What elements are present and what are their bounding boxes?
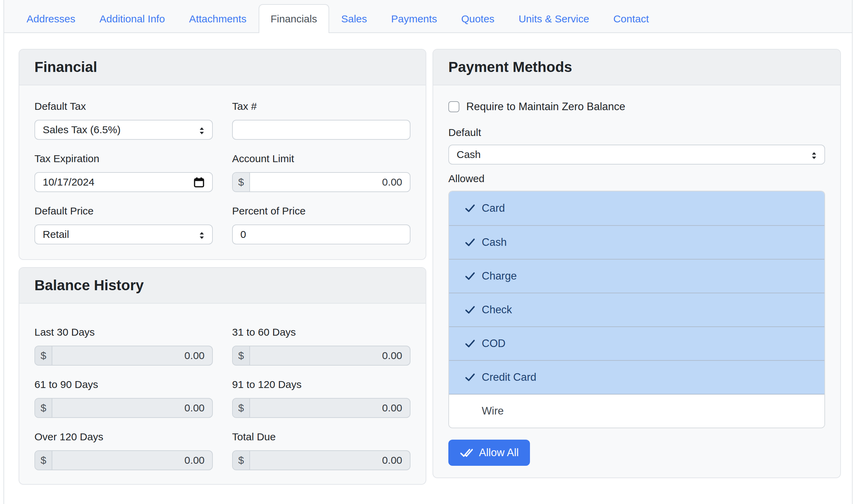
balance-input-group: $ [232,346,410,366]
tax-number-input[interactable] [232,120,410,140]
balance-61-90-input [52,399,212,417]
dollar-prefix: $ [233,173,250,191]
balance-field-total-due: Total Due $ [232,430,410,470]
up-down-arrows-icon [199,232,205,239]
payment-methods-title: Payment Methods [433,50,840,85]
balance-input-group: $ [34,346,213,366]
up-down-arrows-icon [199,127,205,135]
zero-balance-checkbox[interactable] [448,101,459,112]
balance-last-30-input [52,346,212,365]
page-container: Addresses Additional Info Attachments Fi… [3,0,853,504]
tax-expiration-field: Tax Expiration 10/17/2024 [34,151,213,192]
zero-balance-label[interactable]: Require to Maintain Zero Balance [466,101,625,113]
tax-expiration-value: 10/17/2024 [43,176,94,188]
payment-methods-panel: Payment Methods Require to Maintain Zero… [433,49,841,478]
up-down-arrows-icon [811,152,817,159]
account-limit-field: Account Limit $ [232,151,410,192]
percent-of-price-field: Percent of Price [232,204,410,244]
dollar-prefix: $ [233,346,250,365]
account-limit-input[interactable] [250,173,410,191]
balance-field-31-60: 31 to 60 Days $ [232,325,410,366]
balance-input-group: $ [232,450,410,470]
default-price-value: Retail [43,229,69,240]
tax-expiration-label: Tax Expiration [34,151,213,166]
tax-expiration-date-input[interactable]: 10/17/2024 [34,172,213,192]
allowed-item-label: Charge [482,270,517,282]
checkmark-icon [464,202,476,214]
tab-contact[interactable]: Contact [601,4,661,33]
balance-input-group: $ [232,398,410,418]
default-tax-value: Sales Tax (6.5%) [43,124,121,136]
allowed-label: Allowed [448,171,825,186]
balance-field-61-90: 61 to 90 Days $ [34,377,213,418]
allow-all-label: Allow All [479,447,519,459]
default-price-field: Default Price Retail [34,204,213,244]
balance-history-title: Balance History [19,268,426,304]
dollar-prefix: $ [35,399,52,417]
allowed-item-card[interactable]: Card [449,191,824,225]
balance-field-last-30: Last 30 Days $ [34,325,213,366]
balance-input-group: $ [34,398,213,418]
tab-sales[interactable]: Sales [329,4,379,33]
tax-number-label: Tax # [232,99,410,114]
financial-panel: Financial Default Tax Sales Tax (6.5%) T… [19,49,426,260]
checkmark-icon [464,270,476,282]
balance-91-120-input [250,399,410,417]
tab-additional-info[interactable]: Additional Info [87,4,177,33]
default-price-label: Default Price [34,204,213,218]
default-price-select[interactable]: Retail [34,224,213,244]
balance-history-panel: Balance History Last 30 Days $ 31 to 60 … [19,267,426,485]
default-tax-field: Default Tax Sales Tax (6.5%) [34,99,213,140]
allowed-item-label: Credit Card [482,371,537,384]
percent-of-price-input[interactable] [232,224,410,244]
balance-label: Over 120 Days [34,430,213,444]
allowed-item-wire[interactable]: Wire [449,394,824,428]
tab-quotes[interactable]: Quotes [449,4,507,33]
allow-all-button[interactable]: Allow All [448,440,530,466]
checkmark-icon [464,371,476,383]
default-tax-select[interactable]: Sales Tax (6.5%) [34,120,213,140]
allowed-item-label: Cash [482,236,507,249]
allowed-item-label: Card [482,202,505,214]
balance-31-60-input [250,346,410,365]
account-limit-group: $ [232,172,410,192]
dollar-prefix: $ [233,399,250,417]
allowed-item-charge[interactable]: Charge [449,259,824,293]
tab-addresses[interactable]: Addresses [14,4,87,33]
dollar-prefix: $ [233,451,250,470]
balance-field-over-120: Over 120 Days $ [34,430,213,470]
checkmark-icon [464,237,476,248]
default-payment-select[interactable]: Cash [448,145,825,165]
account-limit-label: Account Limit [232,151,410,166]
total-due-input [250,451,410,470]
allowed-item-cash[interactable]: Cash [449,225,824,259]
calendar-icon[interactable] [194,177,205,188]
checkmark-icon [464,304,476,316]
default-payment-label: Default [448,125,825,140]
allowed-item-cod[interactable]: COD [449,326,824,360]
checkmark-icon [464,338,476,349]
percent-of-price-label: Percent of Price [232,204,410,218]
balance-input-group: $ [34,450,213,470]
allowed-item-label: Wire [482,405,504,417]
dollar-prefix: $ [35,346,52,365]
checkmark-placeholder [464,405,476,417]
financial-panel-title: Financial [19,50,426,85]
balance-field-91-120: 91 to 120 Days $ [232,377,410,418]
allowed-item-label: Check [482,304,512,316]
tab-financials[interactable]: Financials [259,4,329,33]
tab-payments[interactable]: Payments [379,4,449,33]
default-payment-value: Cash [457,149,481,160]
balance-label: Total Due [232,430,410,444]
dollar-prefix: $ [35,451,52,470]
balance-label: Last 30 Days [34,325,213,339]
tab-attachments[interactable]: Attachments [177,4,259,33]
balance-label: 91 to 120 Days [232,377,410,392]
tab-units-service[interactable]: Units & Service [507,4,601,33]
zero-balance-row: Require to Maintain Zero Balance [448,101,825,113]
tax-number-field: Tax # [232,99,410,140]
allowed-payment-list: Card Cash Charge Check [448,191,825,428]
allowed-item-label: COD [482,337,506,350]
allowed-item-credit-card[interactable]: Credit Card [449,360,824,394]
allowed-item-check[interactable]: Check [449,293,824,326]
